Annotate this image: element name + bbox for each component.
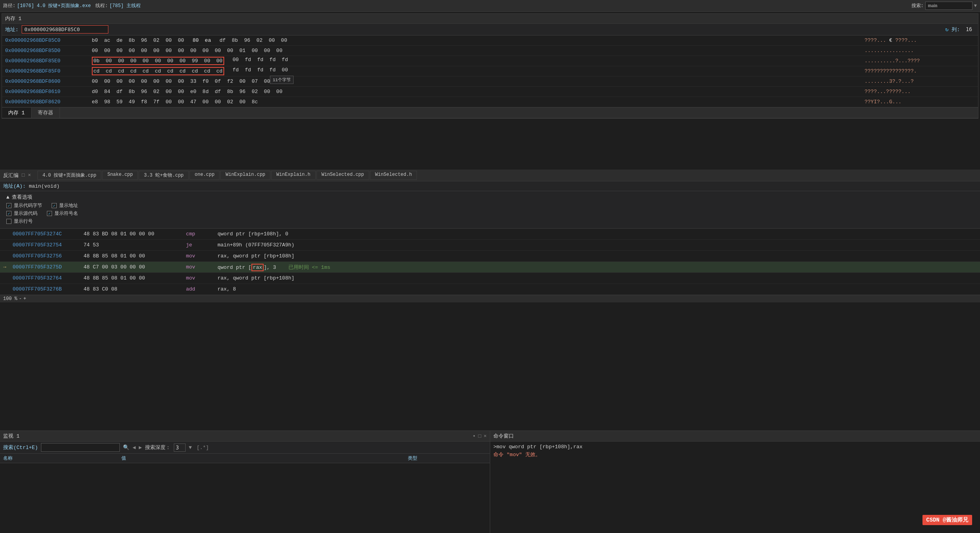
memory-row: 0x000002968BDF8600 00 00 00 00 00 00 00 … xyxy=(2,76,978,87)
tab-cpp1[interactable]: 4.0 按键+页面抽象.cpp xyxy=(37,171,102,180)
mem-ascii: ..........?...???? xyxy=(865,58,975,64)
checkbox-code-bytes[interactable] xyxy=(6,203,11,208)
disasm-title: 反汇编 xyxy=(3,172,19,179)
search-label: 搜索: xyxy=(911,2,924,9)
checkbox-symbols[interactable] xyxy=(47,211,52,216)
tab-snake[interactable]: Snake.cpp xyxy=(102,171,138,180)
disasm-bytes: 48 C7 00 03 00 00 00 xyxy=(84,264,186,270)
disasm-row: 00007FF705F32756 48 8B 85 08 01 00 00 mo… xyxy=(0,251,980,262)
float-watch-icon[interactable]: □ xyxy=(478,433,481,439)
thread-item: 线程: [785] 主线程 xyxy=(95,2,140,9)
close-watch-icon[interactable]: × xyxy=(483,433,487,439)
search-label: 搜索(Ctrl+E) xyxy=(3,444,38,451)
disasm-operands: rax, 8 xyxy=(218,286,977,292)
mem-ascii: ........3?.?...? xyxy=(865,78,975,84)
col-value-input[interactable] xyxy=(963,26,975,32)
disasm-row: 00007FF705F32754 74 53 je main+89h (07FF… xyxy=(0,240,980,251)
memory-address-input[interactable] xyxy=(22,25,108,34)
search-input[interactable] xyxy=(925,2,973,10)
disasm-bytes: 74 53 xyxy=(84,242,186,248)
thread-label: 线程: xyxy=(95,2,108,9)
tab-memory1[interactable]: 内存 1 xyxy=(2,108,32,118)
checkbox-lineno[interactable] xyxy=(6,219,11,224)
checkbox-address[interactable] xyxy=(52,203,57,208)
timing-comment: 已用时间 <= 1ms xyxy=(279,265,330,270)
col-label: 列: xyxy=(952,26,960,33)
path-item: 路径: [1076] 4.0 按键+页面抽象.exe xyxy=(3,2,91,9)
disasm-header: 反汇编 □ × 4.0 按键+页面抽象.cpp Snake.cpp 3.3 蛇+… xyxy=(0,170,980,181)
top-toolbar: 路径: [1076] 4.0 按键+页面抽象.exe 线程: [785] 主线程… xyxy=(0,0,980,12)
mem-bytes: 00 00 00 00 00 00 00 00 33 f0 0f f2 00 0… xyxy=(92,78,861,84)
disasm-operands: qword ptr [rax], 3 已用时间 <= 1ms xyxy=(218,264,977,271)
memory-title: 内存 1 xyxy=(5,16,22,22)
disasm-addr: 00007FF705F3276B xyxy=(13,286,84,292)
watch-panel: 监视 1 ▪ □ × 搜索(Ctrl+E) 🔍 ◀ ▶ 搜索深度： ▼ [.*] xyxy=(0,431,490,533)
mem-ascii: ??YI?...G... xyxy=(865,99,975,105)
disasm-tabs: 4.0 按键+页面抽象.cpp Snake.cpp 3.3 蛇+食物.cpp o… xyxy=(37,171,417,180)
memory-row: 0x000002968BDF8620 e8 98 59 49 f8 7f 00 … xyxy=(2,97,978,107)
view-options: ▲ 查看选项 显示代码字节 显示地址 显示源代码 xyxy=(0,191,980,229)
disasm-mnemonic: mov xyxy=(186,253,218,259)
col-value: 值 xyxy=(121,455,408,462)
option-symbols: 显示符号名 xyxy=(47,210,78,217)
tab-snake-food[interactable]: 3.3 蛇+食物.cpp xyxy=(139,171,189,180)
disasm-operands: rax, qword ptr [rbp+108h] xyxy=(218,275,977,281)
view-options-title[interactable]: ▲ 查看选项 xyxy=(6,194,974,201)
mem-addr: 0x000002968BDF85F0 xyxy=(5,68,92,74)
search-icon[interactable]: 🔍 xyxy=(123,444,129,451)
tab-winexplain[interactable]: WinExplain.cpp xyxy=(220,171,270,180)
depth-dropdown-icon[interactable]: ▼ xyxy=(189,445,192,451)
col-name: 名称 xyxy=(3,455,121,462)
disasm-row: 00007FF705F3276B 48 83 C0 08 add rax, 8 xyxy=(0,284,980,295)
search-back-icon[interactable]: ◀ xyxy=(132,444,136,451)
mem-bytes: b0 ac de 8b 96 02 00 00 80 ea df 8b 96 0… xyxy=(92,37,861,43)
option-lineno: 显示行号 xyxy=(6,218,33,225)
col-type: 类型 xyxy=(408,455,487,462)
disasm-bytes: 48 8B 85 08 01 00 00 xyxy=(84,253,186,259)
disasm-operands: main+89h (07FF705F327A9h) xyxy=(218,242,977,248)
search-fwd-icon[interactable]: ▶ xyxy=(139,444,142,451)
checkbox-source[interactable] xyxy=(6,211,11,216)
depth-label: 搜索深度： xyxy=(145,444,171,451)
memory-row: 0x000002968BDF85D0 00 00 00 00 00 00 00 … xyxy=(2,46,978,56)
zoom-increase[interactable]: + xyxy=(23,296,26,302)
memory-address-right: ↻ 列: xyxy=(945,26,975,33)
close-button[interactable]: × xyxy=(28,172,31,178)
disasm-addr: 00007FF705F3274C xyxy=(13,231,84,237)
mem-addr: 0x000002968BDF85E0 xyxy=(5,58,92,64)
pin-watch-icon[interactable]: ▪ xyxy=(473,433,476,439)
tab-winselected-h[interactable]: WinSelected.h xyxy=(370,171,417,180)
memory-row: 0x000002968BDF85F0 cd cd cd cd cd cd cd … xyxy=(2,66,978,76)
mem-bytes: cd cd cd cd cd cd cd cd cd cd cd fd fd f… xyxy=(92,67,861,75)
tab-winselected[interactable]: WinSelected.cpp xyxy=(316,171,369,180)
view-options-row2: 显示源代码 显示符号名 xyxy=(6,210,974,217)
dropdown-icon[interactable]: ▼ xyxy=(974,3,977,9)
pin-button[interactable]: □ xyxy=(22,172,25,178)
watch-search-input[interactable] xyxy=(41,443,120,452)
view-options-row3: 显示行号 xyxy=(6,218,974,225)
tab-one[interactable]: one.cpp xyxy=(190,171,219,180)
regex-toggle-icon[interactable]: [.*] xyxy=(197,445,209,451)
main-container: 路径: [1076] 4.0 按键+页面抽象.exe 线程: [785] 主线程… xyxy=(0,0,980,533)
memory-row: 0x000002968BDF8610 d0 84 df 8b 96 02 00 … xyxy=(2,87,978,97)
disasm-addr: 00007FF705F3275D xyxy=(13,264,84,270)
depth-value-input[interactable] xyxy=(174,444,186,452)
disasm-addr: 00007FF705F32764 xyxy=(13,275,84,281)
command-header: 命令窗口 xyxy=(490,431,980,442)
disasm-section: 反汇编 □ × 4.0 按键+页面抽象.cpp Snake.cpp 3.3 蛇+… xyxy=(0,170,980,430)
watch-controls: ▪ □ × xyxy=(473,433,487,439)
view-options-row1: 显示代码字节 显示地址 xyxy=(6,202,974,209)
tab-registers[interactable]: 寄存器 xyxy=(32,108,60,118)
zoom-decrease[interactable]: - xyxy=(19,296,22,302)
memory-section: 内存 1 地址: ↻ 列: 0x000002968BDF85C0 b0 ac d… xyxy=(0,12,980,170)
option-address: 显示地址 xyxy=(52,202,78,209)
command-line-2: 命令 "mov" 无效。 xyxy=(493,451,977,458)
refresh-button[interactable]: ↻ xyxy=(945,26,948,33)
path-value: [1076] 4.0 按键+页面抽象.exe xyxy=(17,2,91,9)
disasm-addr-bar: 地址(A): main(void) xyxy=(0,181,980,191)
tab-winexplain-h[interactable]: WinExplain.h xyxy=(271,171,315,180)
memory-row: 0x000002968BDF85E0 0b 00 00 00 00 00 00 … xyxy=(2,56,978,66)
mem-bytes: e8 98 59 49 f8 7f 00 00 47 00 00 02 00 8… xyxy=(92,99,861,105)
zoom-percentage: 100 % xyxy=(3,296,17,302)
disasm-row: 00007FF705F32764 48 8B 85 08 01 00 00 mo… xyxy=(0,273,980,284)
